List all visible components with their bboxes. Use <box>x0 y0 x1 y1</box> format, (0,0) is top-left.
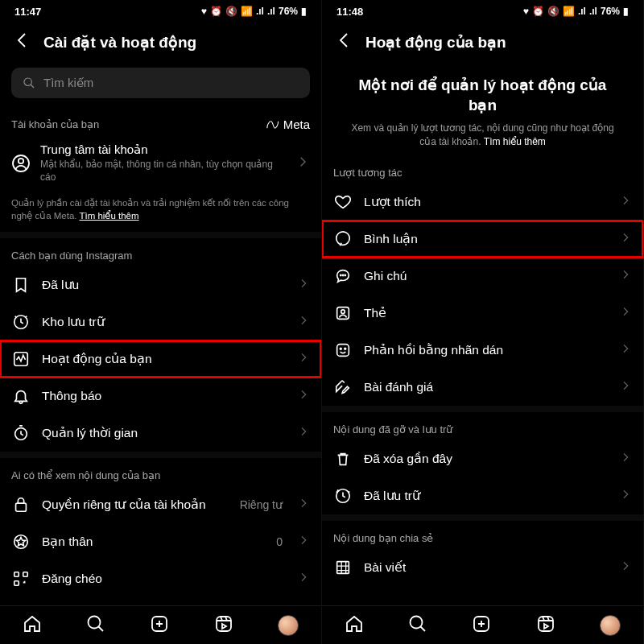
divider <box>0 232 321 238</box>
chevron-right-icon <box>297 497 310 513</box>
home-icon[interactable] <box>23 614 42 637</box>
svg-rect-8 <box>14 572 19 577</box>
back-icon[interactable] <box>13 31 32 53</box>
chevron-right-icon <box>297 571 310 587</box>
row-label: Kho lưu trữ <box>42 315 286 329</box>
content-scroll[interactable]: Tìm kiếm Tài khoản của bạn Meta Trung tâ… <box>0 64 321 605</box>
battery-text: 76% <box>601 6 620 17</box>
row-icon <box>333 193 353 211</box>
bottom-nav <box>322 605 643 644</box>
usage-section-header: Cách bạn dùng Instagram <box>0 238 321 266</box>
alarm-icon: ⏰ <box>532 6 544 17</box>
mute-icon: 🔇 <box>547 6 559 17</box>
list-row[interactable]: Lượt thích <box>322 184 643 221</box>
account-center-row[interactable]: Trung tâm tài khoản Mật khẩu, bảo mật, t… <box>0 136 321 190</box>
list-row[interactable]: Đã lưu <box>0 266 321 303</box>
status-indicators: ♥ ⏰ 🔇 📶 .ıl .ıl 76% ▮ <box>523 6 629 17</box>
chevron-right-icon <box>297 277 310 293</box>
back-icon[interactable] <box>335 31 354 53</box>
list-row[interactable]: Đã xóa gần đây <box>322 440 643 477</box>
visibility-section-header: Ai có thể xem nội dung của bạn <box>0 458 321 486</box>
search-icon <box>23 76 35 89</box>
row-icon <box>333 487 353 505</box>
add-post-icon[interactable] <box>150 614 169 637</box>
list-row[interactable]: Bài đánh giá <box>322 369 643 406</box>
row-icon <box>333 267 353 285</box>
row-icon <box>11 533 31 551</box>
meta-description: Quản lý phần cài đặt tài khoản và trải n… <box>0 190 321 232</box>
row-label: Lượt thích <box>364 195 608 209</box>
divider <box>322 406 643 412</box>
account-center-sub: Mật khẩu, bảo mật, thông tin cá nhân, tù… <box>40 159 286 184</box>
list-row[interactable]: Thông báo <box>0 378 321 415</box>
svg-point-2 <box>19 158 23 163</box>
content-scroll[interactable]: Một nơi để quản lý hoạt động của bạn Xem… <box>322 64 643 605</box>
add-post-icon[interactable] <box>472 614 491 637</box>
page-title: Cài đặt và hoạt động <box>43 33 196 52</box>
row-label: Bình luận <box>364 232 608 246</box>
status-bar: 11:47 ♥ ⏰ 🔇 📶 .ıl .ıl 76% ▮ <box>0 0 321 23</box>
battery-icon: ▮ <box>623 6 629 17</box>
divider <box>322 514 643 521</box>
bottom-nav <box>0 605 321 644</box>
row-label: Hoạt động của bạn <box>42 352 286 366</box>
list-row[interactable]: Đã lưu trữ <box>322 477 643 514</box>
divider <box>0 452 321 458</box>
alarm-icon: ⏰ <box>210 6 222 17</box>
list-row[interactable]: Ghi chú <box>322 258 643 295</box>
profile-avatar[interactable] <box>600 615 621 636</box>
list-row[interactable]: Quyền riêng tư của tài khoảnRiêng tư <box>0 486 321 523</box>
list-row[interactable]: Kho lưu trữ <box>0 303 321 341</box>
row-label: Đã lưu <box>42 278 286 292</box>
mute-icon: 🔇 <box>225 6 237 17</box>
list-row[interactable]: Đăng chéo <box>0 560 321 597</box>
row-icon <box>11 387 31 405</box>
row-icon <box>11 570 31 588</box>
search-nav-icon[interactable] <box>408 614 427 637</box>
svg-rect-20 <box>337 345 349 357</box>
page-title: Hoạt động của bạn <box>365 33 506 52</box>
list-row[interactable]: Hoạt động của bạn <box>0 341 321 378</box>
removed-section-header: Nội dung đã gỡ và lưu trữ <box>322 412 643 440</box>
search-input[interactable]: Tìm kiếm <box>11 68 310 98</box>
account-center-title: Trung tâm tài khoản <box>40 142 286 157</box>
home-icon[interactable] <box>345 614 364 637</box>
learn-more-link[interactable]: Tìm hiểu thêm <box>79 211 138 221</box>
meta-logo: Meta <box>266 118 310 131</box>
list-row[interactable]: Bạn thân0 <box>0 523 321 560</box>
list-row[interactable]: Bình luận <box>322 221 643 258</box>
heart-icon: ♥ <box>201 6 207 17</box>
svg-rect-10 <box>14 581 19 586</box>
right-screen: 11:48 ♥ ⏰ 🔇 📶 .ıl .ıl 76% ▮ Hoạt động củ… <box>322 0 644 644</box>
row-label: Bài viết <box>364 560 608 575</box>
status-indicators: ♥ ⏰ 🔇 📶 .ıl .ıl 76% ▮ <box>201 6 307 17</box>
row-icon <box>333 341 353 359</box>
reels-icon[interactable] <box>214 614 233 637</box>
row-icon <box>333 304 353 322</box>
row-trail: Riêng tư <box>240 498 283 511</box>
signal-icon: .ıl <box>578 6 586 17</box>
list-row[interactable]: Bài viết <box>322 549 643 586</box>
svg-rect-27 <box>539 617 553 631</box>
row-icon <box>11 350 31 368</box>
chevron-right-icon <box>619 342 632 358</box>
left-screen: 11:47 ♥ ⏰ 🔇 📶 .ıl .ıl 76% ▮ Cài đặt và h… <box>0 0 322 644</box>
row-icon <box>11 313 31 331</box>
profile-avatar[interactable] <box>278 615 299 636</box>
svg-point-17 <box>345 275 345 275</box>
list-row[interactable]: Thẻ <box>322 295 643 332</box>
row-label: Bài đánh giá <box>364 380 608 394</box>
list-row[interactable]: Phản hồi bằng nhãn dán <box>322 332 643 369</box>
learn-more-link[interactable]: Tìm hiểu thêm <box>484 136 546 147</box>
svg-point-0 <box>24 78 31 85</box>
meta-icon <box>266 120 280 130</box>
chevron-right-icon <box>619 231 632 247</box>
status-bar: 11:48 ♥ ⏰ 🔇 📶 .ıl .ıl 76% ▮ <box>322 0 643 23</box>
list-row[interactable]: Quản lý thời gian <box>0 415 321 452</box>
svg-point-21 <box>340 348 341 349</box>
reels-icon[interactable] <box>536 614 555 637</box>
hero-section: Một nơi để quản lý hoạt động của bạn Xem… <box>322 64 643 155</box>
search-nav-icon[interactable] <box>86 614 105 637</box>
signal-icon: .ıl <box>267 6 275 17</box>
svg-point-14 <box>336 232 350 246</box>
